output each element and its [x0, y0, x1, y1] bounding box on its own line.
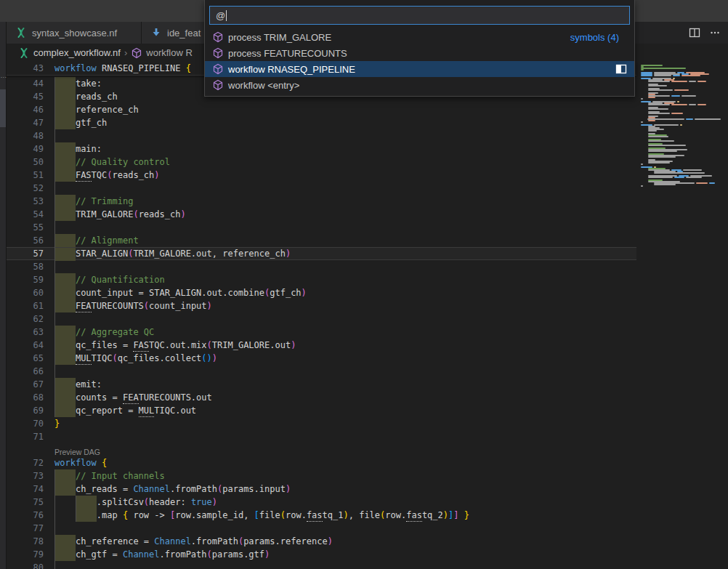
code-line[interactable]: 64qc_files = FASTQC.out.mix(TRIM_GALORE.… [7, 339, 636, 352]
code-line[interactable]: Preview DAG [7, 443, 636, 456]
code-token: reads_ch [76, 92, 118, 102]
line-number: 53 [7, 195, 44, 208]
quick-pick-item[interactable]: process FEATURECOUNTS [205, 45, 634, 61]
code-line[interactable]: 54TRIM_GALORE(reads_ch) [7, 208, 636, 221]
code-line[interactable]: 67emit: [7, 378, 636, 391]
code-line[interactable]: 58 [7, 260, 636, 273]
code-token: ( [144, 497, 149, 507]
more-actions-icon[interactable] [709, 27, 721, 39]
code-line[interactable]: 53// Trimming [7, 195, 636, 208]
code-line[interactable]: 77 [7, 522, 636, 535]
code-line[interactable]: 49main: [7, 142, 636, 156]
code-line[interactable]: 71 [7, 430, 636, 443]
editor-actions [689, 22, 721, 44]
line-number: 76 [7, 509, 44, 522]
indent-highlight [54, 116, 76, 129]
breadcrumb-symbol[interactable]: workflow R [146, 47, 193, 58]
quick-pick-item-label: process TRIM_GALORE [228, 32, 331, 43]
code-token: params.gtf [212, 549, 264, 560]
code-line[interactable]: 76.map { row -> [row.sample_id, [file(ro… [7, 509, 636, 522]
indent-highlight [54, 142, 76, 156]
symbol-namespace-icon [212, 31, 224, 43]
line-number: 68 [7, 391, 44, 404]
split-editor-icon[interactable] [689, 27, 700, 39]
indent-highlight [54, 273, 76, 286]
indent-highlight [54, 391, 76, 404]
line-number: 65 [7, 352, 44, 365]
code-token: ( [107, 170, 112, 180]
code-line[interactable]: 50// Quality control [7, 156, 636, 169]
code-line[interactable]: 75.splitCsv(header: true) [7, 496, 636, 509]
line-number: 44 [7, 77, 44, 90]
code-token: .fromPath [160, 549, 207, 560]
quick-pick-item[interactable]: workflow <entry> [205, 77, 634, 93]
code-line[interactable]: 80 [7, 561, 636, 569]
code-line[interactable]: 65MULTIQC(qc_files.collect()) [7, 352, 636, 365]
code-editor[interactable]: 43workflow RNASEQ_PIPELINE { 44take:45re… [7, 62, 721, 569]
code-token: FAS [133, 340, 149, 352]
code-token: .fromPath [170, 484, 217, 494]
tab-ide-feat[interactable]: ide_feat [142, 22, 205, 44]
code-token: qc_files.collect [118, 353, 202, 363]
code-line[interactable]: 51FASTQC(reads_ch) [7, 169, 636, 182]
code-token: ( [133, 209, 138, 219]
code-line[interactable]: 73// Input channels [7, 469, 636, 483]
sliver-scrollbar-thumb[interactable] [0, 89, 6, 127]
indent-highlight [54, 326, 76, 339]
code-line[interactable]: 57STAR_ALIGN(TRIM_GALORE.out, reference_… [7, 247, 636, 260]
line-number: 61 [7, 299, 44, 312]
code-line[interactable]: 61FEATURECOUNTS(count_input) [7, 299, 636, 312]
line-number: 43 [7, 62, 44, 75]
code-line[interactable]: 48 [7, 129, 636, 142]
tab-syntax-showcase[interactable]: syntax_showcase.nf [7, 22, 142, 44]
code-token: ( [144, 301, 149, 311]
line-number: 77 [7, 522, 44, 535]
code-token: TQC.out.mix [149, 340, 206, 350]
line-number: 56 [7, 234, 44, 247]
code-line[interactable]: 62 [7, 312, 636, 326]
indent-highlight [76, 496, 97, 509]
code-line[interactable]: 52 [7, 182, 636, 195]
breadcrumb-file[interactable]: complex_workflow.nf [33, 47, 121, 58]
symbols-count-link[interactable]: symbols (4) [570, 32, 619, 43]
code-line[interactable]: 55 [7, 221, 636, 234]
code-token: // Trimming [76, 196, 133, 206]
overflow-ellipsis-icon: ⋯ [0, 74, 7, 81]
indent-highlight [54, 548, 76, 561]
line-number: 54 [7, 208, 44, 221]
code-line[interactable]: 59// Quantification [7, 273, 636, 286]
quick-pick-item[interactable]: workflow RNASEQ_PIPELINE [205, 61, 634, 77]
indent-highlight [54, 234, 76, 247]
line-number: 72 [7, 456, 44, 469]
code-token: reads_ch [139, 209, 181, 219]
line-number: 59 [7, 273, 44, 286]
code-line[interactable]: 70} [7, 417, 636, 430]
code-token: MUL [139, 405, 155, 417]
indent-highlight [54, 469, 76, 483]
code-line[interactable]: 74ch_reads = Channel.fromPath(params.inp… [7, 483, 636, 496]
line-number: 51 [7, 169, 44, 182]
indent-highlight [54, 535, 76, 548]
code-line[interactable]: 68counts = FEATURECOUNTS.out [7, 391, 636, 404]
indent-highlight [54, 352, 76, 365]
tab-label: syntax_showcase.nf [32, 28, 117, 39]
quick-pick-input[interactable]: @ [209, 6, 630, 25]
code-line[interactable]: 78ch_reference = Channel.fromPath(params… [7, 535, 636, 548]
nextflow-icon [18, 47, 30, 59]
minimap[interactable] [636, 62, 721, 569]
quick-pick-item[interactable]: process TRIM_GALOREsymbols (4) [205, 29, 634, 45]
split-editor-icon[interactable] [615, 63, 627, 75]
left-editor-sliver: ⋯ [0, 22, 7, 569]
code-line[interactable]: 63// Aggregate QC [7, 326, 636, 339]
code-line[interactable]: 47gtf_ch [7, 116, 636, 129]
code-line[interactable]: 69qc_report = MULTIQC.out [7, 404, 636, 417]
code-token: FAS [76, 170, 92, 182]
code-line[interactable]: 60count_input = STAR_ALIGN.out.combine(g… [7, 286, 636, 299]
code-line[interactable]: 56// Alignment [7, 234, 636, 247]
code-line[interactable]: 46reference_ch [7, 103, 636, 116]
code-line[interactable]: 72workflow { [7, 456, 636, 469]
code-token: emit: [76, 379, 102, 390]
code-token: counts = [76, 392, 123, 403]
code-line[interactable]: 66 [7, 365, 636, 378]
code-line[interactable]: 79ch_gtf = Channel.fromPath(params.gtf) [7, 548, 636, 561]
